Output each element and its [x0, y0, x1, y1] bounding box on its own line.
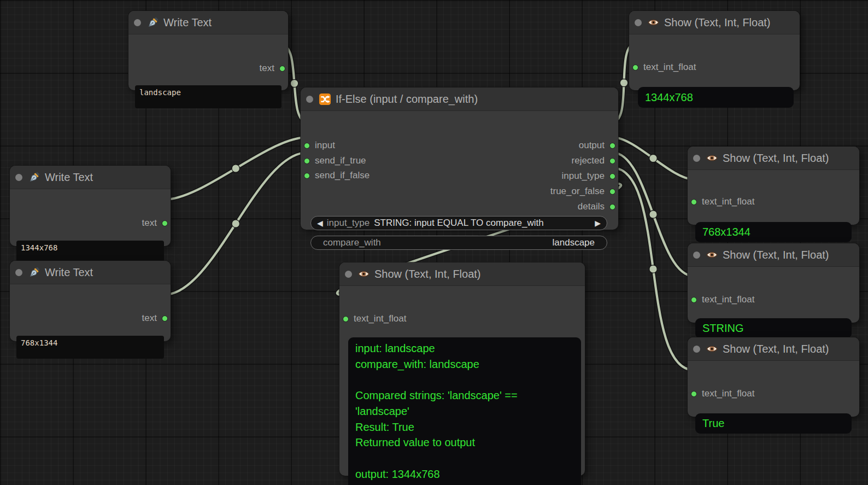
show-value: True	[695, 413, 852, 434]
output-port[interactable]	[609, 204, 615, 210]
collapse-dot[interactable]	[345, 271, 352, 278]
collapse-dot[interactable]	[15, 269, 22, 276]
wire-midpoint-dot[interactable]	[232, 220, 239, 227]
input-port[interactable]	[632, 65, 638, 71]
output-port[interactable]	[609, 158, 615, 164]
slot-label: rejected	[572, 155, 605, 166]
input-slot-text-int-float: text_int_float	[691, 388, 754, 399]
wire-midpoint-dot[interactable]	[649, 211, 657, 218]
collapse-dot[interactable]	[693, 346, 700, 353]
collapse-dot[interactable]	[134, 19, 141, 26]
collapse-dot[interactable]	[306, 96, 313, 103]
output-port[interactable]	[609, 143, 615, 149]
input-slot-send-if-false: send_if_false	[304, 170, 370, 181]
output-port[interactable]	[162, 220, 168, 226]
node-title-bar[interactable]: Show (Text, Int, Float)	[688, 147, 859, 170]
output-slot-details: details	[578, 201, 615, 212]
wire-midpoint-dot[interactable]	[232, 165, 239, 172]
slot-label: send_if_true	[315, 155, 366, 166]
node-title-bar[interactable]: Write Text	[10, 261, 171, 284]
collapse-dot[interactable]	[15, 174, 22, 181]
node-title-bar[interactable]: Show (Text, Int, Float)	[688, 243, 859, 267]
input-port[interactable]	[343, 316, 349, 322]
text-input[interactable]: 768x1344	[16, 336, 164, 359]
wire-midpoint-dot[interactable]	[649, 265, 657, 273]
input-slot-input: input	[304, 140, 335, 151]
input-slot-text-int-float: text_int_float	[632, 62, 696, 73]
node-title-bar[interactable]: Write Text	[10, 166, 171, 189]
collapse-dot[interactable]	[693, 155, 700, 162]
output-port[interactable]	[162, 315, 168, 322]
show-value: STRING	[695, 318, 852, 338]
node-show-rejected[interactable]: Show (Text, Int, Float) text_int_float 7…	[688, 147, 859, 225]
node-title-bar[interactable]: Show (Text, Int, Float)	[688, 337, 859, 361]
output-slot-text: text	[142, 313, 168, 324]
output-slot-output: output	[579, 140, 615, 151]
input-port[interactable]	[304, 173, 310, 179]
input-port[interactable]	[304, 143, 310, 149]
node-title-bar[interactable]: Show (Text, Int, Float)	[629, 11, 800, 34]
node-if-else[interactable]: If-Else (input / compare_with) input sen…	[301, 87, 618, 230]
collapse-dot[interactable]	[693, 252, 700, 259]
node-title-bar[interactable]: If-Else (input / compare_with)	[301, 87, 618, 111]
eye-icon	[647, 16, 660, 29]
text-input[interactable]: landscape	[135, 85, 281, 108]
node-title: Write Text	[45, 266, 93, 279]
input-slot-text-int-float: text_int_float	[343, 313, 406, 324]
slot-label: text_int_float	[702, 196, 754, 207]
node-show-output[interactable]: Show (Text, Int, Float) text_int_float 1…	[629, 11, 800, 90]
slot-label: text_int_float	[702, 388, 754, 399]
input-port[interactable]	[691, 297, 697, 303]
output-slot-rejected: rejected	[572, 155, 615, 166]
graph-canvas[interactable]: { "canvas": { "background": "#1d1d1d" },…	[0, 0, 868, 485]
wire-midpoint-dot[interactable]	[620, 79, 627, 86]
compare-with-text-widget[interactable]: compare_with landscape	[310, 236, 607, 250]
widget-value: STRING: input EQUAL TO compare_with	[311, 218, 607, 229]
slot-label: text	[142, 218, 157, 229]
output-port[interactable]	[609, 173, 615, 179]
output-port[interactable]	[279, 66, 285, 72]
pen-nib-icon	[28, 171, 40, 184]
slot-label: output	[579, 140, 605, 151]
slot-label: text	[142, 313, 157, 324]
output-slot-input-type: input_type	[562, 171, 615, 182]
show-value: 1344x768	[638, 87, 794, 108]
text-input[interactable]: 1344x768	[16, 241, 164, 264]
node-title: Show (Text, Int, Float)	[374, 268, 481, 281]
wire-midpoint-dot[interactable]	[290, 79, 298, 87]
node-title-bar[interactable]: Show (Text, Int, Float)	[339, 262, 585, 286]
eye-icon	[706, 343, 718, 355]
node-title: Write Text	[45, 171, 93, 184]
eye-icon	[706, 152, 718, 165]
pen-nib-icon	[146, 16, 159, 29]
node-title-bar[interactable]: Write Text	[128, 11, 288, 34]
output-slot-text: text	[142, 218, 168, 229]
input-port[interactable]	[304, 158, 310, 164]
node-show-input-type[interactable]: Show (Text, Int, Float) text_int_float S…	[688, 243, 859, 323]
input-slot-text-int-float: text_int_float	[691, 294, 754, 305]
eye-icon	[706, 249, 718, 261]
wire-midpoint-dot[interactable]	[649, 154, 657, 162]
slot-label: text_int_float	[354, 313, 406, 324]
collapse-dot[interactable]	[635, 19, 642, 26]
slot-label: text_int_float	[702, 294, 754, 305]
output-slot-text: text	[260, 63, 285, 74]
pen-nib-icon	[28, 266, 40, 279]
eye-icon	[357, 268, 370, 281]
output-slot-true-or-false: true_or_false	[550, 186, 615, 197]
node-write-text-2[interactable]: Write Text text 1344x768	[10, 166, 171, 246]
node-write-text-3[interactable]: Write Text text 768x1344	[10, 261, 171, 341]
node-show-true-or-false[interactable]: Show (Text, Int, Float) text_int_float T…	[688, 337, 859, 417]
node-title: If-Else (input / compare_with)	[336, 93, 478, 106]
output-port[interactable]	[609, 189, 615, 195]
input-port[interactable]	[691, 199, 697, 205]
slot-label: text	[260, 63, 274, 74]
node-write-text-1[interactable]: Write Text text landscape	[128, 11, 288, 90]
input-port[interactable]	[691, 391, 697, 397]
show-value: 768x1344	[695, 222, 852, 242]
widget-label: compare_with	[323, 237, 381, 248]
input-slot-send-if-true: send_if_true	[304, 155, 366, 166]
node-show-details[interactable]: Show (Text, Int, Float) text_int_float i…	[339, 262, 585, 476]
slot-label: text_int_float	[643, 62, 696, 73]
input-type-combo-widget[interactable]: ◀ input_type STRING: input EQUAL TO comp…	[310, 216, 607, 230]
